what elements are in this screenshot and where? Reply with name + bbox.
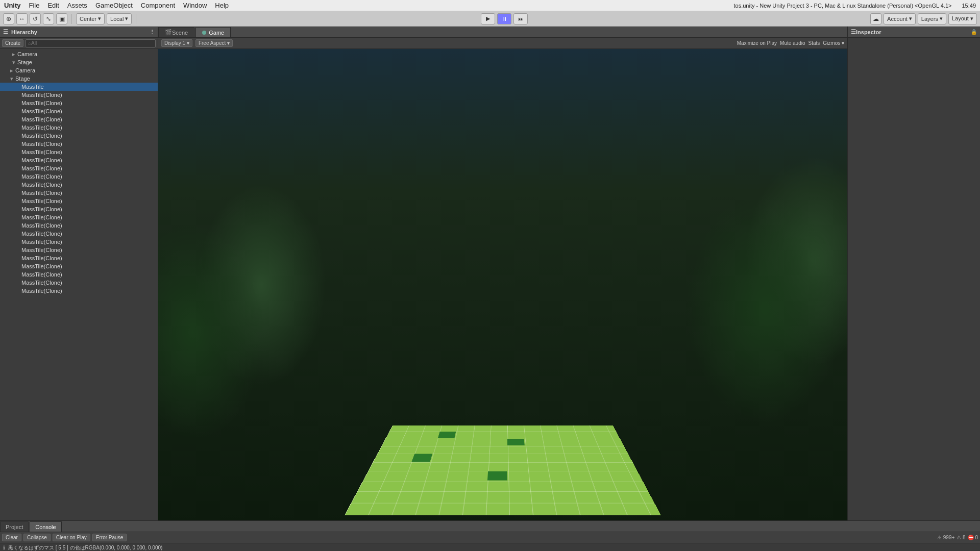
hierarchy-item-1[interactable]: ▾ Stage bbox=[0, 74, 158, 83]
hierarchy-item-4[interactable]: MassTile(Clone) bbox=[0, 99, 158, 107]
console-clear-btn[interactable]: Clear bbox=[2, 534, 21, 541]
hierarchy-item-stage[interactable]: ▾ Stage bbox=[0, 58, 158, 66]
bottom-tabs: Project Console bbox=[0, 521, 980, 532]
hierarchy-item-6[interactable]: MassTile(Clone) bbox=[0, 115, 158, 123]
tool-scale[interactable]: ⤡ bbox=[43, 13, 54, 24]
item-label-13: MassTile(Clone) bbox=[21, 173, 62, 180]
item-label-16: MassTile(Clone) bbox=[21, 198, 62, 204]
tool-rect[interactable]: ▣ bbox=[56, 13, 67, 24]
hierarchy-item-camera[interactable]: ▸ Camera bbox=[0, 50, 158, 58]
hierarchy-item-23[interactable]: MassTile(Clone) bbox=[0, 254, 158, 262]
game-toolbar-right: Maximize on Play Mute audio Stats Gizmos… bbox=[737, 40, 844, 46]
hierarchy-item-11[interactable]: MassTile(Clone) bbox=[0, 156, 158, 164]
account-dropdown[interactable]: Account ▾ bbox=[884, 13, 916, 24]
item-label-12: MassTile(Clone) bbox=[21, 165, 62, 171]
project-tab[interactable]: Project bbox=[0, 521, 29, 532]
hierarchy-item-16[interactable]: MassTile(Clone) bbox=[0, 197, 158, 205]
unity-logo[interactable]: Unity bbox=[4, 2, 21, 9]
inspector-panel: ☰ Inspector 🔒 bbox=[847, 27, 980, 520]
stage-label: Stage bbox=[17, 59, 32, 65]
toolbar-separator-1 bbox=[71, 14, 72, 24]
hierarchy-item-8[interactable]: MassTile(Clone) bbox=[0, 132, 158, 140]
console-list: ℹ 黒くなるはずのマス [ 5,5 ] の色はRGBA(0.000, 0.000… bbox=[0, 543, 980, 551]
hierarchy-item-12[interactable]: MassTile(Clone) bbox=[0, 164, 158, 172]
console-error-count: ⛔ 0 bbox=[968, 535, 978, 540]
console-clear-on-play-btn[interactable]: Clear on Play bbox=[53, 534, 90, 541]
hierarchy-options[interactable]: ⋮ bbox=[150, 29, 155, 35]
hierarchy-item-7[interactable]: MassTile(Clone) bbox=[0, 123, 158, 132]
hierarchy-toolbar: Create bbox=[0, 38, 158, 49]
hierarchy-search[interactable] bbox=[26, 39, 156, 47]
clock: 15:49 bbox=[962, 3, 976, 9]
toolbar-separator-2 bbox=[136, 14, 136, 24]
hierarchy-item-19[interactable]: MassTile(Clone) bbox=[0, 221, 158, 230]
hierarchy-item-3[interactable]: MassTile(Clone) bbox=[0, 91, 158, 99]
menu-assets[interactable]: Assets bbox=[67, 2, 87, 9]
mute-audio-btn[interactable]: Mute audio bbox=[780, 40, 805, 46]
hierarchy-item-14[interactable]: MassTile(Clone) bbox=[0, 181, 158, 189]
menu-window[interactable]: Window bbox=[183, 2, 207, 9]
hierarchy-create-btn[interactable]: Create bbox=[2, 39, 23, 47]
hierarchy-item-26[interactable]: MassTile(Clone) bbox=[0, 279, 158, 287]
space-dropdown[interactable]: Local ▾ bbox=[107, 13, 132, 24]
collab-button[interactable]: ☁ bbox=[870, 13, 881, 24]
menu-help[interactable]: Help bbox=[215, 2, 229, 9]
gizmos-btn[interactable]: Gizmos ▾ bbox=[823, 40, 844, 46]
tool-rotate[interactable]: ↺ bbox=[30, 13, 41, 24]
pause-button[interactable]: ⏸ bbox=[497, 13, 511, 24]
item-label-17: MassTile(Clone) bbox=[21, 206, 62, 212]
console-collapse-btn[interactable]: Collapse bbox=[23, 534, 51, 541]
layers-dropdown[interactable]: Layers ▾ bbox=[918, 13, 946, 24]
game-background bbox=[158, 49, 847, 520]
aspect-dropdown[interactable]: Free Aspect ▾ bbox=[195, 39, 233, 47]
hierarchy-item-15[interactable]: MassTile(Clone) bbox=[0, 189, 158, 197]
dark-tile-4 bbox=[487, 471, 507, 481]
console-item-0[interactable]: ℹ 黒くなるはずのマス [ 5,5 ] の色はRGBA(0.000, 0.000… bbox=[0, 543, 980, 551]
console-item-icon-0: ℹ bbox=[3, 545, 5, 550]
item-label-8: MassTile(Clone) bbox=[21, 133, 62, 139]
hierarchy-title: Hierarchy bbox=[11, 29, 37, 35]
view-tabs: 🎬 Scene Game bbox=[158, 27, 847, 38]
scene-tab[interactable]: 🎬 Scene bbox=[158, 27, 194, 37]
tool-pan[interactable]: ↔ bbox=[16, 13, 28, 24]
hierarchy-item-5[interactable]: MassTile(Clone) bbox=[0, 107, 158, 115]
layout-dropdown[interactable]: Layout ▾ bbox=[948, 13, 977, 24]
hierarchy-item-25[interactable]: MassTile(Clone) bbox=[0, 270, 158, 279]
hierarchy-item-20[interactable]: MassTile(Clone) bbox=[0, 230, 158, 238]
hierarchy-item-2[interactable]: MassTile bbox=[0, 83, 158, 91]
hierarchy-item-13[interactable]: MassTile(Clone) bbox=[0, 172, 158, 181]
hierarchy-item-21[interactable]: MassTile(Clone) bbox=[0, 238, 158, 246]
hierarchy-item-0[interactable]: ▸ Camera bbox=[0, 66, 158, 74]
hierarchy-item-24[interactable]: MassTile(Clone) bbox=[0, 262, 158, 270]
menu-component[interactable]: Component bbox=[141, 2, 175, 9]
item-label-27: MassTile(Clone) bbox=[21, 288, 62, 294]
console-warning-count: ⚠ 8 bbox=[957, 535, 965, 540]
hierarchy-item-27[interactable]: MassTile(Clone) bbox=[0, 287, 158, 295]
display-dropdown[interactable]: Display 1 ▾ bbox=[161, 39, 192, 47]
hierarchy-item-9[interactable]: MassTile(Clone) bbox=[0, 140, 158, 148]
menu-gameobject[interactable]: GameObject bbox=[95, 2, 133, 9]
scene-tab-label: Scene bbox=[172, 30, 188, 36]
hierarchy-item-22[interactable]: MassTile(Clone) bbox=[0, 246, 158, 254]
hierarchy-list: ▸ Camera ▾ Stage ▸ Camera ▾ Stage MassTi… bbox=[0, 49, 158, 520]
game-tab[interactable]: Game bbox=[195, 27, 231, 37]
pivot-dropdown[interactable]: Center ▾ bbox=[76, 13, 105, 24]
step-button[interactable]: ⏭ bbox=[513, 13, 528, 24]
console-item-text-0: 黒くなるはずのマス [ 5,5 ] の色はRGBA(0.000, 0.000, … bbox=[8, 544, 162, 551]
maximize-on-play-btn[interactable]: Maximize on Play bbox=[737, 40, 777, 46]
hierarchy-item-17[interactable]: MassTile(Clone) bbox=[0, 205, 158, 213]
inspector-lock[interactable]: 🔒 bbox=[971, 29, 977, 35]
tool-move[interactable]: ⊕ bbox=[3, 13, 14, 24]
menu-file[interactable]: File bbox=[29, 2, 40, 9]
menu-edit[interactable]: Edit bbox=[47, 2, 59, 9]
stats-btn[interactable]: Stats bbox=[808, 40, 820, 46]
console-tab[interactable]: Console bbox=[30, 521, 61, 532]
item-arrow-1: ▾ bbox=[10, 76, 15, 82]
play-button[interactable]: ▶ bbox=[481, 13, 495, 24]
hierarchy-item-10[interactable]: MassTile(Clone) bbox=[0, 148, 158, 156]
console-error-pause-btn[interactable]: Error Pause bbox=[92, 534, 127, 541]
hierarchy-item-18[interactable]: MassTile(Clone) bbox=[0, 213, 158, 221]
item-label-19: MassTile(Clone) bbox=[21, 222, 62, 229]
inspector-content bbox=[848, 38, 980, 520]
item-label-0: Camera bbox=[15, 67, 35, 73]
